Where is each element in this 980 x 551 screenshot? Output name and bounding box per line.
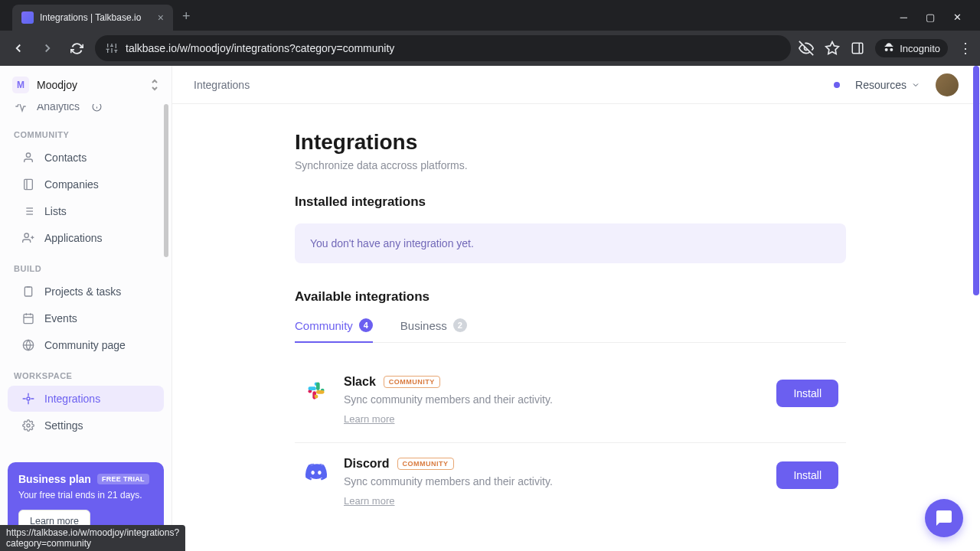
svg-rect-11	[852, 43, 863, 54]
page-subtitle: Synchronize data accross platforms.	[295, 159, 846, 171]
svg-marker-10	[826, 42, 839, 54]
analytics-icon	[14, 104, 28, 113]
slack-icon	[302, 377, 330, 404]
topbar: Integrations Resources	[172, 66, 980, 104]
url-box[interactable]: talkbase.io/w/moodjoy/integrations?categ…	[95, 35, 791, 61]
page-title: Integrations	[295, 130, 846, 155]
reload-button[interactable]	[66, 37, 87, 59]
svg-rect-29	[24, 315, 33, 324]
integration-desc: Sync community members and their activit…	[344, 475, 763, 487]
integration-icon	[21, 392, 35, 406]
clipboard-icon	[21, 285, 35, 298]
workspace-switcher[interactable]: M Moodjoy	[0, 66, 172, 104]
forward-button[interactable]	[37, 37, 58, 59]
sidebar-item-community-page[interactable]: Community page	[8, 332, 164, 358]
globe-icon	[21, 338, 35, 352]
sidebar: M Moodjoy Analytics COMMUNITY Contacts	[0, 66, 172, 551]
calendar-icon	[21, 311, 35, 325]
eye-off-icon[interactable]	[799, 41, 814, 56]
sidebar-item-settings[interactable]: Settings	[8, 412, 164, 439]
back-button[interactable]	[8, 37, 29, 59]
learn-more-link[interactable]: Learn more	[344, 495, 394, 507]
info-icon	[92, 104, 102, 112]
building-icon	[21, 178, 35, 191]
user-plus-icon	[21, 231, 35, 245]
tab-community[interactable]: Community 4	[295, 318, 373, 343]
tab-bar: Integrations | Talkbase.io × + ─ ▢ ✕	[0, 0, 980, 31]
chevron-updown-icon	[150, 79, 159, 91]
tab-count-badge: 2	[453, 318, 467, 332]
svg-point-25	[24, 233, 28, 237]
install-button[interactable]: Install	[776, 461, 838, 489]
favicon	[21, 11, 34, 24]
sidebar-section-community: COMMUNITY	[0, 118, 172, 144]
resources-menu[interactable]: Resources	[855, 79, 920, 91]
sidebar-item-companies[interactable]: Companies	[8, 171, 164, 197]
workspace-avatar: M	[12, 77, 29, 93]
new-tab-button[interactable]: +	[182, 8, 191, 24]
tab-title: Integrations | Talkbase.io	[40, 12, 152, 23]
sidebar-item-analytics[interactable]: Analytics	[0, 104, 172, 118]
minimize-icon[interactable]: ─	[900, 11, 907, 23]
sidebar-scrollbar[interactable]	[164, 104, 168, 257]
user-avatar[interactable]	[936, 73, 959, 96]
main-content: Integrations Resources Integrations Sync…	[172, 66, 980, 551]
sidebar-section-workspace: WORKSPACE	[0, 359, 172, 385]
breadcrumb: Integrations	[194, 79, 250, 91]
sidepanel-icon[interactable]	[851, 41, 864, 55]
tab-business[interactable]: Business 2	[400, 318, 467, 343]
bookmark-icon[interactable]	[825, 41, 840, 56]
sidebar-item-integrations[interactable]: Integrations	[8, 386, 164, 412]
browser-tab[interactable]: Integrations | Talkbase.io ×	[12, 5, 173, 31]
integration-name: Slack	[344, 375, 376, 389]
install-button[interactable]: Install	[776, 380, 838, 407]
integration-tag: COMMUNITY	[397, 458, 454, 470]
integration-name: Discord	[344, 457, 390, 471]
close-window-icon[interactable]: ✕	[953, 11, 962, 23]
maximize-icon[interactable]: ▢	[926, 11, 935, 23]
promo-title: Business plan	[18, 473, 91, 485]
promo-badge: FREE TRIAL	[97, 474, 149, 484]
sidebar-item-events[interactable]: Events	[8, 305, 164, 331]
sidebar-item-lists[interactable]: Lists	[8, 198, 164, 224]
address-bar: talkbase.io/w/moodjoy/integrations?categ…	[0, 31, 980, 66]
svg-rect-28	[24, 287, 31, 296]
promo-text: Your free trial ends in 21 days.	[18, 490, 153, 500]
status-bar: https://talkbase.io/w/moodjoy/integratio…	[0, 525, 185, 551]
list-icon	[21, 204, 35, 218]
integration-card-discord: Discord COMMUNITY Sync community members…	[295, 443, 846, 524]
integration-card-slack: Slack COMMUNITY Sync community members a…	[295, 361, 846, 443]
user-icon	[21, 151, 35, 165]
tab-count-badge: 4	[359, 318, 373, 332]
sidebar-item-projects[interactable]: Projects & tasks	[8, 279, 164, 305]
browser-menu-icon[interactable]: ⋮	[959, 40, 972, 57]
gear-icon	[21, 419, 35, 432]
window-controls: ─ ▢ ✕	[900, 11, 974, 23]
workspace-name: Moodjoy	[37, 79, 142, 91]
installed-heading: Installed integrations	[295, 194, 846, 210]
integration-desc: Sync community members and their activit…	[344, 393, 763, 406]
sidebar-item-contacts[interactable]: Contacts	[8, 145, 164, 171]
svg-point-35	[27, 397, 30, 400]
close-tab-icon[interactable]: ×	[158, 11, 164, 24]
integration-tag: COMMUNITY	[384, 376, 440, 388]
status-dot-icon[interactable]	[834, 82, 840, 88]
page-scrollbar[interactable]	[973, 66, 979, 295]
integration-tabs: Community 4 Business 2	[295, 318, 846, 343]
chat-widget-button[interactable]	[925, 499, 963, 537]
incognito-badge[interactable]: Incognito	[875, 39, 948, 57]
learn-more-link[interactable]: Learn more	[344, 413, 394, 425]
svg-rect-17	[24, 179, 33, 189]
empty-state: You don't have any integration yet.	[295, 223, 846, 263]
svg-point-16	[26, 153, 30, 157]
available-heading: Available integrations	[295, 289, 846, 305]
browser-chrome: Integrations | Talkbase.io × + ─ ▢ ✕ tal…	[0, 0, 980, 66]
svg-point-36	[27, 424, 30, 427]
discord-icon	[302, 458, 330, 486]
sidebar-item-applications[interactable]: Applications	[8, 225, 164, 251]
url-text: talkbase.io/w/moodjoy/integrations?categ…	[126, 42, 394, 54]
chevron-down-icon	[911, 80, 920, 90]
site-settings-icon[interactable]	[106, 42, 118, 54]
incognito-label: Incognito	[900, 43, 940, 54]
sidebar-section-build: BUILD	[0, 252, 172, 278]
